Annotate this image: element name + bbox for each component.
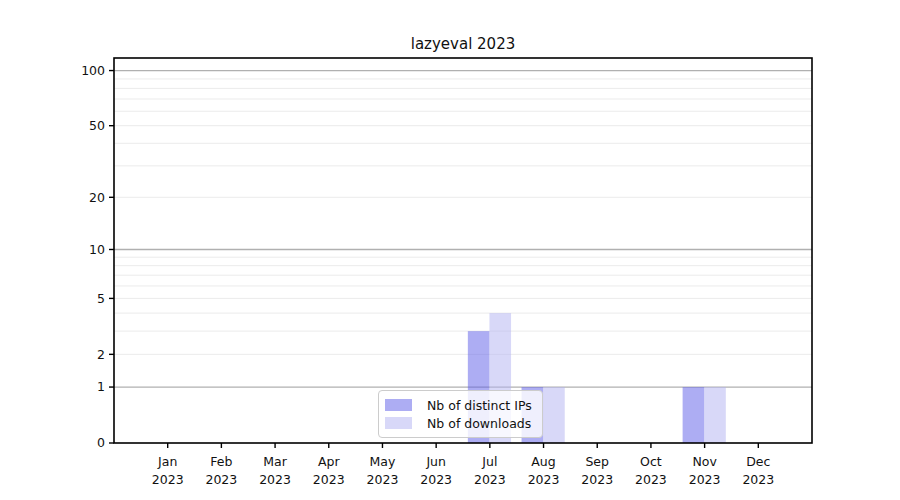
bar	[704, 387, 726, 443]
x-tick-label-year: 2023	[635, 472, 667, 487]
x-tick-label-year: 2023	[474, 472, 506, 487]
x-tick-label-month: Oct	[640, 454, 662, 469]
y-tick-label: 5	[97, 291, 105, 306]
x-tick-label-year: 2023	[689, 472, 721, 487]
x-tick-label-month: Nov	[692, 454, 717, 469]
x-tick-label-month: Dec	[746, 454, 770, 469]
x-tick-label-month: Jan	[157, 454, 177, 469]
x-tick-label-month: Jun	[425, 454, 446, 469]
legend: Nb of distinct IPs Nb of downloads	[378, 390, 543, 438]
legend-swatch-distinct-ips	[385, 399, 412, 411]
legend-entry-distinct-ips: Nb of distinct IPs	[385, 396, 534, 414]
x-tick-label-year: 2023	[313, 472, 345, 487]
x-tick-label-month: Mar	[263, 454, 287, 469]
x-tick-label-month: Feb	[210, 454, 232, 469]
chart-title: lazyeval 2023	[114, 35, 812, 53]
x-tick-label-year: 2023	[420, 472, 452, 487]
y-tick-label: 20	[89, 190, 105, 205]
x-tick-label-year: 2023	[581, 472, 613, 487]
x-tick-label-year: 2023	[528, 472, 560, 487]
bar	[683, 387, 705, 443]
y-tick-label: 10	[89, 242, 105, 257]
x-tick-label-month: Jul	[481, 454, 497, 469]
legend-label-distinct-ips: Nb of distinct IPs	[427, 398, 532, 413]
plot-border	[114, 58, 812, 443]
legend-swatch-downloads	[385, 417, 412, 429]
x-tick-label-year: 2023	[259, 472, 291, 487]
x-tick-label-month: Sep	[585, 454, 609, 469]
legend-entry-downloads: Nb of downloads	[385, 414, 534, 432]
y-tick-label: 0	[97, 435, 105, 450]
chart-figure: 0125102050100Jan2023Feb2023Mar2023Apr202…	[0, 0, 900, 500]
bar	[543, 387, 565, 443]
y-tick-label: 100	[81, 63, 105, 78]
legend-label-downloads: Nb of downloads	[427, 416, 531, 431]
x-tick-label-month: May	[370, 454, 396, 469]
x-tick-label-year: 2023	[152, 472, 184, 487]
y-tick-label: 1	[97, 379, 105, 394]
x-tick-label-year: 2023	[367, 472, 399, 487]
y-tick-label: 2	[97, 347, 105, 362]
y-tick-label: 50	[89, 118, 105, 133]
x-tick-label-month: Aug	[531, 454, 555, 469]
x-tick-label-year: 2023	[742, 472, 774, 487]
x-tick-label-year: 2023	[205, 472, 237, 487]
x-tick-label-month: Apr	[318, 454, 340, 469]
